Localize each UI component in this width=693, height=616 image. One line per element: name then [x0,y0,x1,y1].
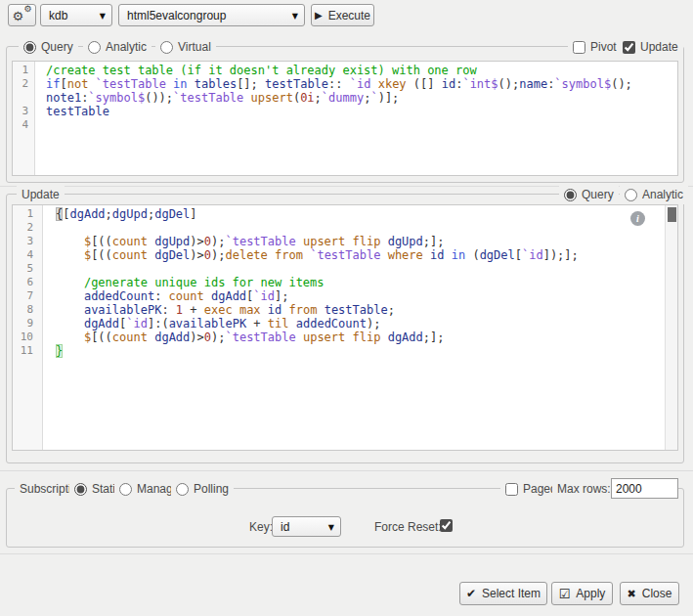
line-number: 3 [13,105,34,118]
code-text: testTable [34,105,677,118]
code-line: 3testTable [13,105,677,118]
group-select[interactable]: html5evalcongroup [118,4,305,26]
code-line: 10 $[((count dgAdd)>0);`testTable upsert… [13,330,677,344]
query-radio[interactable] [23,41,36,54]
code-text: /generate unique ids for new items [42,276,677,289]
line-number: 11 [13,344,42,358]
radio-update-type-query[interactable]: Query [559,185,619,204]
code-line: 8 availablePK: 1 + exec max id from test… [13,303,677,317]
analytic-radio-label: Analytic [106,40,147,54]
analytic-radio[interactable] [88,41,101,54]
panel-separator [0,553,693,554]
max-rows-input[interactable] [611,478,678,499]
query-code-editor[interactable]: 1/create test table (if it doesn't alrea… [12,61,678,176]
settings-button[interactable]: ⚙ ⚙ [8,4,36,26]
line-number: 9 [13,317,42,330]
panel-separator [0,470,693,471]
code-text: $[((count dgUpd)>0);`testTable upsert fl… [42,235,677,248]
radio-update-type-analytic[interactable]: Analytic [620,185,688,204]
update-checkbox[interactable] [623,41,635,54]
code-text [42,262,677,276]
code-line: 1/create test table (if it doesn't alrea… [13,64,677,77]
query-radio-label: Query [41,40,73,54]
update-section-title: Update [17,185,65,204]
polling-radio[interactable] [176,483,189,496]
code-line: 6 /generate unique ids for new items [13,276,677,289]
code-line: 4 $[((count dgDel)>0);delete from `testT… [13,248,677,262]
query-code-lines: 1/create test table (if it doesn't alrea… [13,64,677,132]
close-icon: ✖ [628,588,636,600]
info-icon[interactable]: i [630,211,645,226]
code-line: 5 [13,262,677,276]
paged-checkbox[interactable] [505,483,518,496]
vertical-scrollbar[interactable] [665,205,677,450]
connection-select[interactable]: kdb [40,4,112,26]
code-line: 7 addedCount: count dgAdd[`id]; [13,289,677,303]
execute-button[interactable]: ▶ Execute [311,4,374,26]
line-number [13,91,34,105]
code-text: if[not `testTable in tables[]; testTable… [34,77,677,91]
line-number: 4 [13,248,42,262]
update-analytic-radio-label: Analytic [642,188,683,201]
radio-subscription-polling[interactable]: Polling [171,479,234,499]
update-section: Update Query Analytic 1{[dgAdd;dgUpd;dgD… [6,194,684,463]
select-item-button[interactable]: ✔ Select Item [459,582,547,605]
line-number: 1 [13,207,42,221]
execute-label: Execute [328,9,370,22]
force-reset-checkbox[interactable] [440,519,453,532]
update-query-radio[interactable] [564,189,577,201]
line-number: 10 [13,330,42,344]
code-text: availablePK: 1 + exec max id from testTa… [42,303,677,317]
update-query-radio-label: Query [582,188,614,201]
code-text [34,118,677,132]
static-radio[interactable] [74,483,87,496]
gear-icon: ⚙ ⚙ [14,7,31,24]
key-select[interactable]: id [272,516,341,537]
line-number: 7 [13,289,42,303]
check-icon: ✔ [466,587,476,600]
group-select-wrap: html5evalcongroup ▼ [118,4,305,26]
subscription-section: Subscription: Static Managed Polling Pag… [6,488,684,548]
apply-button[interactable]: ☑ Apply [551,582,613,605]
code-text: dgAdd[`id]:(availablePK + til addedCount… [42,317,677,330]
code-text: $[((count dgAdd)>0);`testTable upsert fl… [42,330,677,344]
code-text: {[dgAdd;dgUpd;dgDel] [42,207,677,221]
play-icon: ▶ [315,10,323,21]
radio-query-type-query[interactable]: Query [19,37,78,57]
radio-query-type-virtual[interactable]: Virtual [155,37,216,57]
line-number: 5 [13,262,42,276]
code-line: 3 $[((count dgUpd)>0);`testTable upsert … [13,235,677,248]
line-number: 8 [13,303,42,317]
line-number: 4 [13,118,34,132]
pivot-checkbox[interactable] [573,41,585,54]
update-code-editor[interactable]: 1{[dgAdd;dgUpd;dgDel]23 $[((count dgUpd)… [12,204,678,451]
close-label: Close [642,587,672,600]
code-text: addedCount: count dgAdd[`id]; [42,289,677,303]
close-button[interactable]: ✖ Close [620,582,679,605]
update-label: Update [640,40,678,54]
code-text: note1:`symbol$());`testTable upsert(0i;`… [34,91,677,105]
virtual-radio-label: Virtual [178,40,211,54]
line-number: 1 [13,64,34,77]
code-line: 1{[dgAdd;dgUpd;dgDel] [13,207,677,221]
code-line: note1:`symbol$());`testTable upsert(0i;`… [13,91,677,105]
code-text: } [42,344,677,358]
update-analytic-radio[interactable] [625,189,637,201]
scrollbar-thumb[interactable] [668,207,676,222]
select-item-label: Select Item [482,587,541,600]
update-checkbox-wrap[interactable]: Update [618,37,683,57]
code-line: 4 [13,118,677,132]
managed-radio[interactable] [119,483,132,496]
polling-radio-label: Polling [194,482,229,496]
max-rows-label: Max rows: [552,479,616,499]
key-label: Key: [249,520,273,534]
code-line: 2if[not `testTable in tables[]; testTabl… [13,77,677,91]
radio-query-type-analytic[interactable]: Analytic [83,37,152,57]
pivot-checkbox-wrap[interactable]: Pivot [568,37,622,57]
connection-select-wrap: kdb ▼ [40,4,112,26]
query-section: Query Analytic Virtual Pivot Update 1/cr… [6,46,684,183]
kdb-query-editor-panel: ⚙ ⚙ kdb ▼ html5evalcongroup ▼ ▶ Execute … [0,0,693,616]
line-number: 2 [13,221,42,235]
apply-label: Apply [576,587,605,600]
virtual-radio[interactable] [160,41,173,54]
